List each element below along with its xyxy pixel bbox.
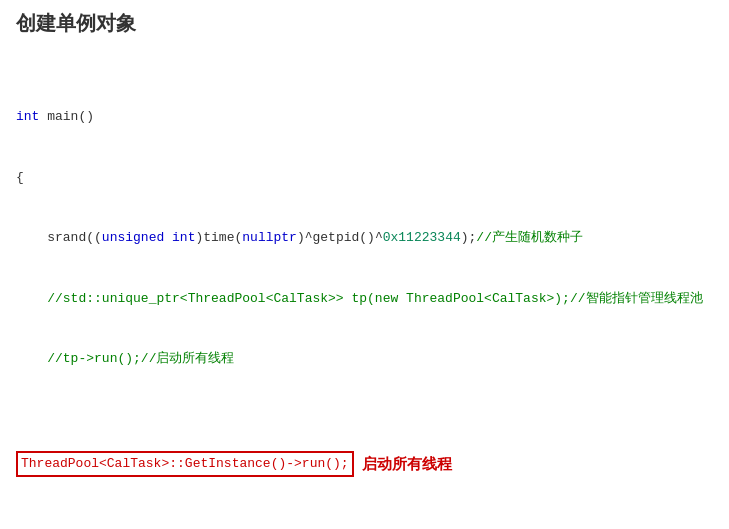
code-line-tp-run-comment: //tp->run();//启动所有线程 xyxy=(16,349,713,369)
run-annotation-line: ThreadPool<CalTask>::GetInstance()->run(… xyxy=(16,451,713,477)
code-line-main: int main() xyxy=(16,107,713,127)
code-line-srand: srand((unsigned int)time(nullptr)^getpid… xyxy=(16,228,713,248)
page-container: 创建单例对象 int main() { srand((unsigned int)… xyxy=(0,0,729,529)
page-title: 创建单例对象 xyxy=(16,10,713,37)
run-annotation: 启动所有线程 xyxy=(362,452,452,475)
code-block: int main() { srand((unsigned int)time(nu… xyxy=(16,47,713,529)
code-line-brace1: { xyxy=(16,168,713,188)
code-line-unique: //std::unique_ptr<ThreadPool<CalTask>> t… xyxy=(16,289,713,309)
highlight-run: ThreadPool<CalTask>::GetInstance()->run(… xyxy=(16,451,354,477)
